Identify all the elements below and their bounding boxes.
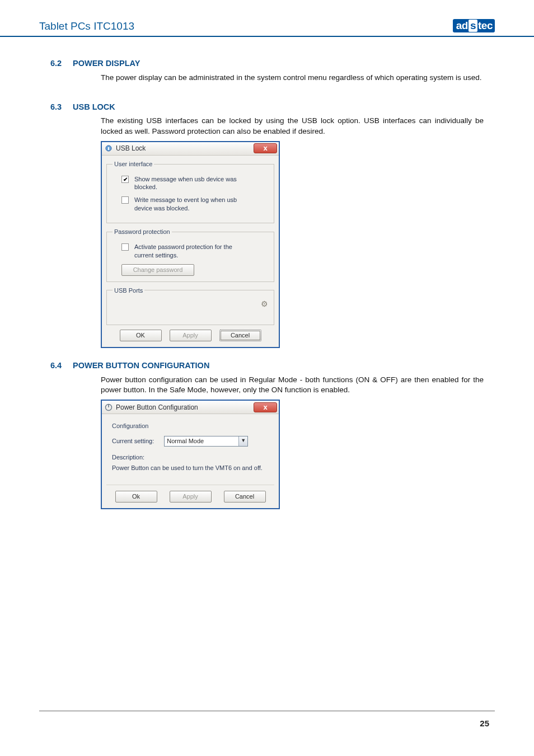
group-legend: Password protection <box>113 228 172 236</box>
checkbox-row-write-log: Write message to event log when usb devi… <box>121 196 268 213</box>
dialog-body: Configuration Current setting: Normal Mo… <box>102 414 279 508</box>
dialog-title: Power Button Configuration <box>116 403 198 412</box>
page-content: 6.2 POWER DISPLAY The power display can … <box>0 37 534 509</box>
chevron-down-icon[interactable]: ▼ <box>238 436 247 446</box>
dialog-body: User interface ✔ Show message when usb d… <box>102 156 279 348</box>
section-heading: 6.2 POWER DISPLAY <box>50 58 484 69</box>
section-body: The existing USB interfaces can be locke… <box>101 116 484 136</box>
dialog-title: USB Lock <box>116 144 146 153</box>
titlebar: USB Lock x <box>102 142 279 156</box>
logo-part-right: tec <box>478 20 493 32</box>
logo-part-mid: s <box>469 20 477 32</box>
brand-logo: adstec <box>453 19 495 32</box>
page-header: Tablet PCs ITC1013 adstec <box>0 0 534 37</box>
group-legend: User interface <box>113 160 154 168</box>
checkbox-label: Write message to event log when usb devi… <box>134 196 252 213</box>
footer-rule <box>39 711 495 711</box>
ok-button[interactable]: Ok <box>115 491 157 503</box>
group-legend: Configuration <box>112 422 272 430</box>
current-setting-label: Current setting: <box>112 437 154 445</box>
section-body: The power display can be administrated i… <box>101 73 484 83</box>
section-power-button-config: 6.4 POWER BUTTON CONFIGURATION Power but… <box>50 360 484 509</box>
checkbox-show-message[interactable]: ✔ <box>121 176 129 183</box>
doc-title: Tablet PCs ITC1013 <box>39 20 134 32</box>
description-label: Description: <box>112 453 272 462</box>
current-setting-row: Current setting: Normal Mode ▼ <box>112 436 272 447</box>
section-heading: 6.3 USB LOCK <box>50 102 484 113</box>
checkbox-label: Show message when usb device was blocked… <box>134 175 252 192</box>
group-legend: USB Ports <box>113 287 144 295</box>
mode-select-value: Normal Mode <box>165 437 238 445</box>
page-number: 25 <box>480 719 489 728</box>
close-icon[interactable]: x <box>254 402 277 412</box>
usb-lock-dialog: USB Lock x User interface ✔ Show message… <box>101 141 280 349</box>
group-password-protection: Password protection Activate password pr… <box>106 228 274 282</box>
change-password-button[interactable]: Change password <box>121 264 194 276</box>
power-button-config-dialog: Power Button Configuration x Configurati… <box>101 400 280 509</box>
logo-part-left: ad <box>456 20 468 32</box>
checkbox-write-log[interactable] <box>121 196 129 204</box>
dialog-button-row: OK Apply Cancel <box>106 330 274 341</box>
titlebar: Power Button Configuration x <box>102 401 279 414</box>
checkbox-row-show-message: ✔ Show message when usb device was block… <box>121 175 268 192</box>
description-text: Power Button can be used to turn the VMT… <box>112 464 269 472</box>
power-icon <box>104 403 113 412</box>
section-title: POWER BUTTON CONFIGURATION <box>73 361 209 370</box>
cancel-button[interactable]: Cancel <box>219 330 261 341</box>
svg-rect-1 <box>108 147 109 150</box>
usb-lock-icon <box>104 144 113 153</box>
section-body: Power button configuration can be used i… <box>101 375 484 395</box>
cancel-button[interactable]: Cancel <box>224 491 266 503</box>
section-power-display: 6.2 POWER DISPLAY The power display can … <box>50 58 484 83</box>
group-user-interface: User interface ✔ Show message when usb d… <box>106 160 274 223</box>
apply-button[interactable]: Apply <box>170 491 212 503</box>
usb-ports-area: ⚙ <box>113 299 268 319</box>
section-usb-lock: 6.3 USB LOCK The existing USB interfaces… <box>50 102 484 349</box>
section-title: POWER DISPLAY <box>73 59 140 68</box>
group-usb-ports: USB Ports ⚙ <box>106 287 274 326</box>
section-number: 6.2 <box>50 58 71 69</box>
apply-button[interactable]: Apply <box>170 330 212 341</box>
section-number: 6.4 <box>50 360 71 372</box>
checkbox-activate-pw[interactable] <box>121 243 129 251</box>
ok-button[interactable]: OK <box>120 330 162 341</box>
section-number: 6.3 <box>50 102 71 113</box>
checkbox-row-activate-pw: Activate password protection for the cur… <box>121 243 268 260</box>
gear-icon[interactable]: ⚙ <box>261 299 268 309</box>
section-heading: 6.4 POWER BUTTON CONFIGURATION <box>50 360 484 372</box>
section-title: USB LOCK <box>73 102 115 111</box>
checkbox-label: Activate password protection for the cur… <box>134 243 252 260</box>
close-icon[interactable]: x <box>254 143 277 153</box>
group-configuration: Configuration Current setting: Normal Mo… <box>106 419 274 481</box>
mode-select[interactable]: Normal Mode ▼ <box>164 436 248 447</box>
dialog-button-row: Ok Apply Cancel <box>106 485 274 503</box>
